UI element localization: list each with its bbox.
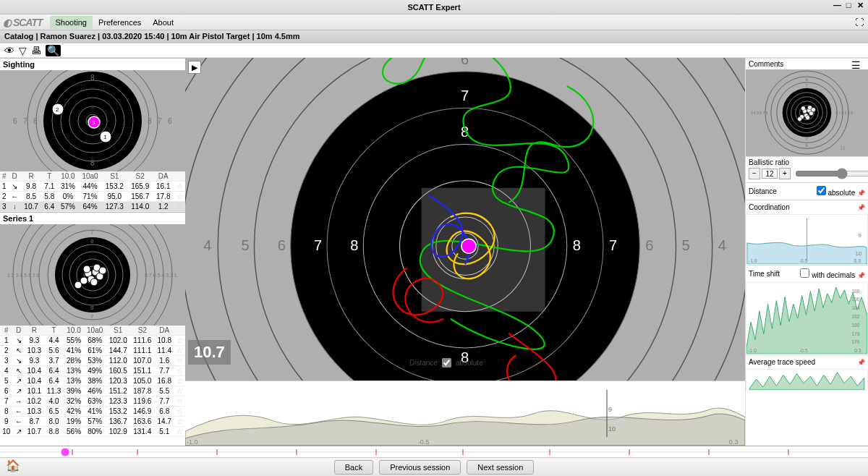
svg-text:4: 4 (203, 237, 211, 253)
sighting-table[interactable]: #DRT10.010a0S1S2DA1↘9.87.131%44%153.2165… (0, 171, 185, 212)
svg-text:8: 8 (90, 74, 95, 82)
ballistic-slider[interactable] (795, 168, 868, 179)
svg-point-48 (90, 279, 98, 286)
star-icon[interactable]: ☆ (176, 367, 183, 375)
table-row[interactable]: 1↘9.34.455%68%102.0111.610.8☆ (0, 336, 185, 346)
svg-text:0.3: 0.3 (854, 348, 861, 353)
svg-text:-1.0: -1.0 (749, 258, 757, 263)
eye-icon[interactable]: 👁 (4, 45, 14, 56)
star-icon[interactable]: ☆ (176, 192, 183, 200)
star-icon[interactable]: ☆ (176, 417, 183, 425)
star-icon[interactable]: ☆ (176, 336, 183, 344)
right-panel: Comments 67 76 3 4 5 6 7 88 7 6 5 4 3 11… (745, 58, 868, 446)
left-panel: Sighting 678 876 88 3 1 2 #DRT10.010a0S1… (0, 58, 185, 446)
previous-session-button[interactable]: Previous session (379, 460, 461, 475)
pin-icon[interactable]: 📌 (857, 204, 865, 211)
svg-text:8: 8 (148, 117, 152, 125)
table-row[interactable]: 9←8.78.019%57%136.7163.614.7☆ (0, 417, 185, 427)
main-target[interactable]: ▶ 10.7 Distance absolute (185, 58, 745, 381)
star-icon[interactable]: ☆ (176, 407, 183, 415)
pin-icon[interactable]: 📌 (857, 272, 865, 279)
filter-icon[interactable]: ▽ (19, 45, 27, 56)
home-icon[interactable]: 🏠 (6, 459, 20, 472)
pin-icon[interactable]: 📌 (857, 359, 865, 366)
svg-point-139 (61, 448, 69, 456)
next-session-button[interactable]: Next session (467, 460, 534, 475)
fullscreen-icon[interactable]: ⛶ (855, 17, 864, 27)
close-icon[interactable]: ✕ (856, 1, 864, 9)
svg-text:6: 6 (13, 117, 17, 125)
comments-label: Comments (749, 60, 783, 68)
table-row[interactable]: 6↗10.111.339%46%151.2187.85.5☆ (0, 386, 185, 396)
svg-text:182: 182 (851, 314, 860, 319)
table-row[interactable]: 2↖10.35.641%61%144.7111.111.4☆ (0, 346, 185, 356)
table-row[interactable]: 3↘9.33.728%53%112.0107.01.6☆ (0, 356, 185, 366)
coordination-chart[interactable]: 9 10 -1.0-0.50.3 (746, 214, 868, 265)
svg-text:9: 9 (858, 232, 861, 239)
table-row[interactable]: 4↖10.46.413%49%160.5151.17.7☆ (0, 366, 185, 376)
table-row[interactable]: 5↗10.46.413%38%120.3105.016.8☆ (0, 376, 185, 386)
svg-text:8: 8 (90, 238, 94, 245)
series-table[interactable]: #DRT10.010a0S1S2DA1↘9.34.455%68%102.0111… (0, 326, 185, 437)
summary-target[interactable]: 67 76 3 4 5 6 7 88 7 6 5 4 3 11 (746, 69, 868, 156)
svg-text:8: 8 (90, 159, 95, 167)
star-icon[interactable]: ☆ (176, 357, 183, 365)
svg-point-46 (99, 267, 106, 274)
svg-text:11: 11 (840, 145, 846, 150)
ballistic-input[interactable] (762, 169, 778, 179)
series-label: Series 1 (0, 212, 185, 224)
table-row[interactable]: 2←8.55.80%71%95.0156.717.8☆ (0, 192, 185, 202)
search-icon[interactable]: 🔍 (46, 45, 61, 56)
star-icon[interactable]: ☆ (176, 387, 183, 395)
timeline-bar[interactable] (0, 446, 868, 457)
window-title: SCATT Expert (407, 3, 460, 12)
svg-text:7: 7 (609, 237, 617, 253)
menu-shooting[interactable]: Shooting (50, 16, 93, 29)
svg-text:7: 7 (314, 237, 322, 253)
svg-text:-0.5: -0.5 (799, 348, 808, 353)
svg-text:8: 8 (90, 305, 94, 311)
table-row[interactable]: 3↓10.76.457%64%127.3114.01.2☆ (0, 202, 185, 212)
star-icon[interactable]: ☆ (176, 182, 183, 190)
svg-text:184: 184 (851, 305, 860, 310)
ballistic-minus-button[interactable]: − (749, 168, 760, 179)
svg-point-108 (801, 106, 806, 111)
maximize-icon[interactable]: □ (845, 1, 852, 9)
series-target[interactable]: 78 87 1 2 3 4 5 6 7 88 7 6 5 4 3 2 1 (0, 224, 185, 326)
timeshift-chart[interactable]: 188186184182180178176 -1.0-0.50.3 (746, 282, 868, 354)
app-logo: ◐ SCATT (3, 17, 43, 28)
avgspeed-label: Average trace speed (749, 358, 815, 366)
table-row[interactable]: 8←10.36.542%41%153.2146.96.8☆ (0, 407, 185, 417)
decimals-checkbox[interactable] (800, 268, 809, 278)
menu-preferences[interactable]: Preferences (93, 16, 147, 29)
absolute-checkbox[interactable] (817, 186, 826, 195)
timeshift-label: Time shift (749, 270, 780, 278)
ballistic-section: Ballistic ratio − + (746, 156, 868, 182)
table-row[interactable]: 1↘9.87.131%44%153.2165.916.1☆ (0, 182, 185, 192)
svg-text:180: 180 (851, 323, 860, 328)
overlay-absolute-checkbox[interactable] (442, 358, 451, 367)
catalog-breadcrumb: Catalog | Ramon Suarez | 03.03.2020 15:4… (0, 30, 868, 43)
star-icon[interactable]: ☆ (176, 397, 183, 405)
ballistic-spinner[interactable]: − + (749, 168, 791, 179)
svg-text:8: 8 (350, 237, 358, 253)
star-icon[interactable]: ☆ (176, 203, 183, 211)
avgspeed-chart[interactable] (746, 369, 868, 391)
table-row[interactable]: 7→10.24.032%63%123.3119.67.7☆ (0, 396, 185, 407)
print-icon[interactable]: 🖶 (31, 45, 41, 56)
ballistic-plus-button[interactable]: + (779, 168, 791, 179)
svg-point-109 (805, 116, 809, 120)
back-button[interactable]: Back (334, 460, 373, 475)
star-icon[interactable]: ☆ (176, 347, 183, 354)
star-icon[interactable]: ☆ (176, 377, 183, 385)
svg-text:4: 4 (718, 237, 726, 253)
waveform-strip[interactable]: 9 10 -1.0 -0.5 0.3 (185, 381, 745, 446)
sighting-target[interactable]: 678 876 88 3 1 2 (0, 70, 185, 171)
menu-about[interactable]: About (147, 16, 179, 29)
minimize-icon[interactable]: — (833, 1, 841, 9)
pin-icon[interactable]: 📌 (857, 190, 865, 197)
star-icon[interactable]: ☆ (176, 428, 183, 435)
table-row[interactable]: 10↗10.78.856%80%102.9131.45.1☆ (0, 427, 185, 437)
play-button[interactable]: ▶ (188, 61, 201, 74)
svg-text:9: 9 (608, 406, 612, 413)
